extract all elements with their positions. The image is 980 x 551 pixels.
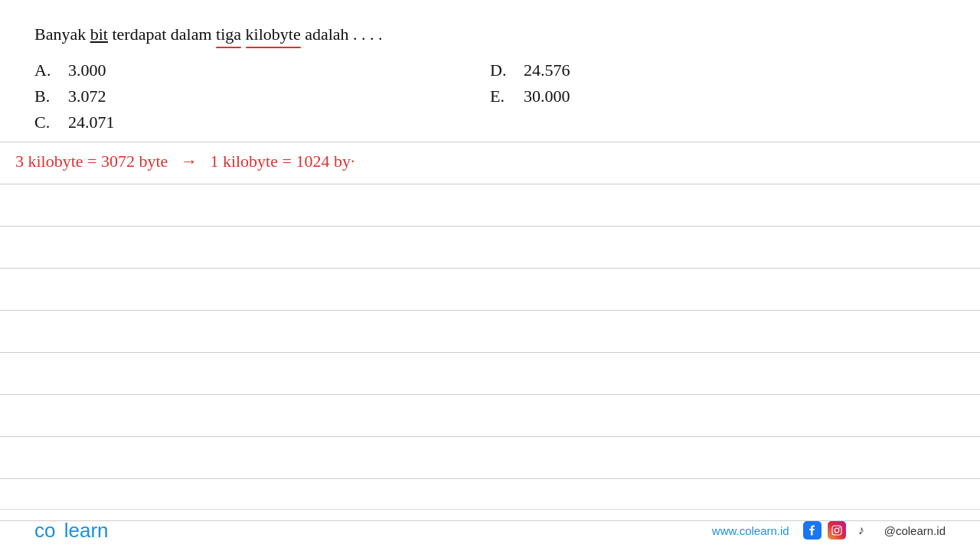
option-a-value: 3.000	[68, 60, 106, 80]
footer-logo: co learn	[34, 519, 109, 543]
main-content: Banyak bit terdapat dalam tiga kilobyte …	[0, 0, 980, 148]
line-2	[0, 184, 980, 227]
line-4	[0, 269, 980, 311]
option-d-value: 24.576	[524, 60, 570, 80]
option-b-label: B.	[34, 86, 56, 106]
option-a: A. 3.000	[34, 60, 490, 80]
line-3	[0, 227, 980, 269]
options-right: D. 24.576 E. 30.000	[490, 60, 946, 132]
footer: co learn www.colearn.id ♪ @colearn.id	[0, 509, 980, 551]
word-bit: bit	[90, 24, 108, 44]
option-c-label: C.	[34, 112, 56, 132]
footer-social: ♪	[803, 521, 871, 540]
logo-dot	[57, 519, 62, 542]
lined-area: 3 kilobyte = 3072 byte → 1 kilobyte = 10…	[0, 142, 980, 509]
question-prefix: Banyak	[34, 24, 90, 44]
svg-point-1	[835, 528, 839, 533]
line-1: 3 kilobyte = 3072 byte → 1 kilobyte = 10…	[0, 142, 980, 184]
logo-learn: learn	[64, 519, 109, 542]
word-kilobyte: kilobyte	[246, 23, 301, 47]
option-b-value: 3.072	[68, 86, 106, 106]
question-end: adalah . . . .	[301, 24, 383, 44]
line-7	[0, 395, 980, 437]
footer-right: www.colearn.id ♪ @colearn.id	[712, 521, 946, 540]
logo-co: co	[34, 519, 55, 542]
line-6	[0, 353, 980, 395]
question-middle1: terdapat dalam	[108, 24, 216, 44]
option-c: C. 24.071	[34, 112, 490, 132]
footer-handle: @colearn.id	[884, 524, 946, 537]
tiktok-icon: ♪	[852, 521, 871, 540]
option-c-value: 24.071	[68, 112, 115, 132]
line-8	[0, 437, 980, 479]
options-left: A. 3.000 B. 3.072 C. 24.071	[34, 60, 490, 132]
footer-url: www.colearn.id	[712, 524, 789, 537]
option-e: E. 30.000	[490, 86, 946, 106]
facebook-icon	[803, 521, 822, 540]
options-grid: A. 3.000 B. 3.072 C. 24.071 D. 24.576 E.…	[34, 60, 946, 132]
svg-rect-0	[832, 526, 841, 535]
option-d: D. 24.576	[490, 60, 946, 80]
option-d-label: D.	[490, 60, 511, 80]
option-e-label: E.	[490, 86, 511, 106]
instagram-icon	[828, 521, 846, 540]
option-a-label: A.	[34, 60, 56, 80]
word-tiga: tiga	[216, 23, 241, 47]
option-e-value: 30.000	[524, 86, 570, 106]
handwritten-answer: 3 kilobyte = 3072 byte → 1 kilobyte = 10…	[15, 152, 354, 171]
line-5	[0, 311, 980, 353]
option-b: B. 3.072	[34, 86, 490, 106]
svg-point-2	[838, 527, 840, 529]
question-text: Banyak bit terdapat dalam tiga kilobyte …	[34, 23, 946, 47]
